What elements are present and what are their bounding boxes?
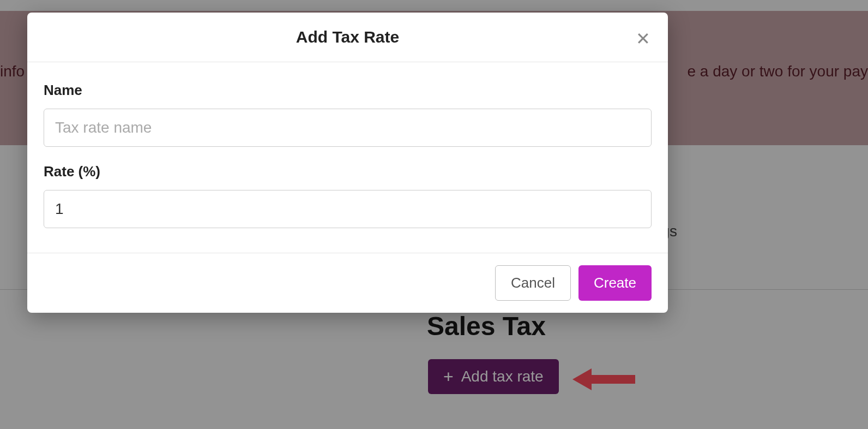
close-icon: ✕ xyxy=(636,29,650,49)
modal-title: Add Tax Rate xyxy=(44,28,652,46)
modal-header: Add Tax Rate ✕ xyxy=(27,13,668,62)
name-label: Name xyxy=(44,82,652,99)
rate-label: Rate (%) xyxy=(44,163,652,180)
cancel-button[interactable]: Cancel xyxy=(495,265,571,301)
name-form-group: Name xyxy=(44,82,652,147)
create-button[interactable]: Create xyxy=(578,265,652,301)
tax-rate-percent-input[interactable] xyxy=(44,190,652,228)
tax-rate-name-input[interactable] xyxy=(44,109,652,147)
add-tax-rate-modal: Add Tax Rate ✕ Name Rate (%) Cancel Crea… xyxy=(27,13,668,313)
modal-footer: Cancel Create xyxy=(27,253,668,313)
modal-body: Name Rate (%) xyxy=(27,62,668,253)
close-button[interactable]: ✕ xyxy=(634,28,653,50)
rate-form-group: Rate (%) xyxy=(44,163,652,228)
